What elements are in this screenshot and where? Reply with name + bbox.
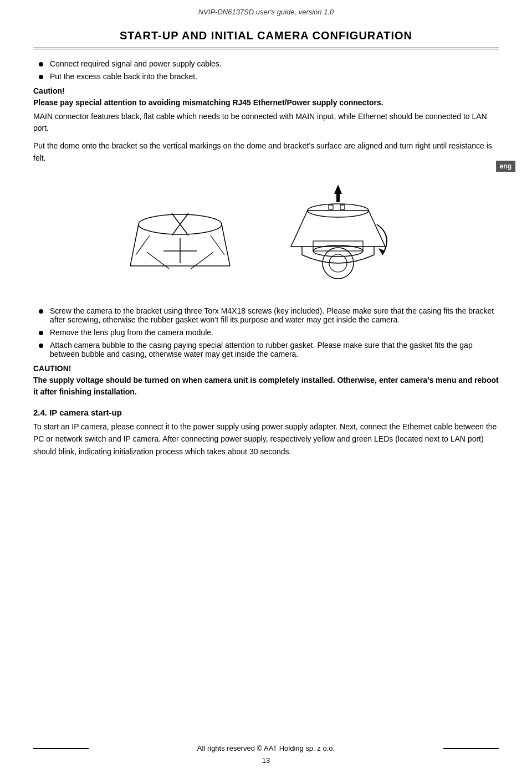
bullet-icon (39, 309, 43, 314)
top-bullet-list: Connect required signal and power supply… (33, 59, 499, 81)
diagram-area (33, 175, 499, 296)
svg-rect-14 (329, 205, 333, 209)
bullet-text: Attach camera bubble to the casing payin… (50, 341, 499, 358)
caution2-label-text: CAUTION! (33, 364, 71, 373)
svg-rect-16 (313, 241, 363, 251)
list-item: Put the excess cable back into the brack… (33, 72, 499, 81)
title-divider (33, 48, 499, 49)
header-text: NVIP-DN6137SD user's guide, version 1.0 (198, 8, 334, 16)
bullet-text: Connect required signal and power supply… (50, 59, 222, 68)
svg-marker-12 (334, 184, 342, 202)
bullet-text: Put the excess cable back into the brack… (50, 72, 197, 81)
page-number: 13 (262, 756, 270, 765)
document-header: NVIP-DN6137SD user's guide, version 1.0 (33, 0, 499, 19)
left-diagram (125, 180, 236, 291)
caution-block: Caution! Please pay special attention to… (33, 86, 499, 134)
svg-line-8 (211, 235, 224, 255)
main-title-text: START-UP AND INITIAL CAMERA CONFIGURATIO… (120, 29, 412, 42)
ip-section-body: To start an IP camera, please connect it… (33, 421, 499, 458)
caution2-label: CAUTION! (33, 364, 499, 373)
body-paragraph: Put the dome onto the bracket so the ver… (33, 140, 499, 165)
bullet-text: Remove the lens plug from the camera mod… (50, 328, 213, 337)
list-item: Connect required signal and power supply… (33, 59, 499, 68)
body-text-content: Put the dome onto the bracket so the ver… (33, 141, 492, 162)
footer-text-content: All rights reserved © AAT Holding sp. z … (197, 744, 335, 752)
caution2-text-content: The supply voltage should be turned on w… (33, 376, 499, 396)
ip-section-title: 2.4. IP camera start-up (33, 408, 499, 417)
bullet-icon (39, 344, 43, 348)
list-item: Screw the camera to the bracket using th… (33, 306, 499, 324)
caution-text-2-content: MAIN connector features black, flat cabl… (33, 112, 487, 132)
svg-marker-20 (378, 248, 385, 255)
caution-label-text: Caution! (33, 86, 65, 95)
caution-label: Caution! (33, 86, 499, 95)
caution-text-2: MAIN connector features black, flat cabl… (33, 111, 499, 134)
caution2-block: CAUTION! The supply voltage should be tu… (33, 364, 499, 398)
svg-line-1 (130, 224, 139, 266)
ip-section-title-text: 2.4. IP camera start-up (33, 408, 122, 417)
svg-line-2 (222, 224, 230, 266)
ip-text-content: To start an IP camera, please connect it… (33, 422, 497, 456)
ip-camera-section: 2.4. IP camera start-up To start an IP c… (33, 408, 499, 458)
page-title: START-UP AND INITIAL CAMERA CONFIGURATIO… (33, 29, 499, 42)
page-footer: All rights reserved © AAT Holding sp. z … (0, 744, 532, 752)
bullet-icon (39, 62, 43, 66)
bullet-text: Screw the camera to the bracket using th… (50, 306, 499, 324)
language-badge-text: eng (500, 162, 511, 170)
bullet-icon (39, 75, 43, 79)
list-item: Attach camera bubble to the casing payin… (33, 341, 499, 358)
right-diagram (269, 175, 407, 296)
footer-line-right (443, 748, 499, 749)
language-badge: eng (496, 161, 515, 172)
bullet-icon (39, 331, 43, 335)
footer-copyright: All rights reserved © AAT Holding sp. z … (89, 744, 443, 752)
caution-text-1-content: Please pay special attention to avoiding… (33, 98, 383, 107)
caution2-text: The supply voltage should be turned on w… (33, 375, 499, 398)
footer-line-left (33, 748, 89, 749)
page-number-text: 13 (262, 756, 270, 765)
svg-rect-15 (340, 205, 345, 209)
svg-line-7 (136, 235, 150, 255)
caution-text-1: Please pay special attention to avoiding… (33, 97, 499, 109)
list-item: Remove the lens plug from the camera mod… (33, 328, 499, 337)
bottom-bullet-list: Screw the camera to the bracket using th… (33, 306, 499, 358)
